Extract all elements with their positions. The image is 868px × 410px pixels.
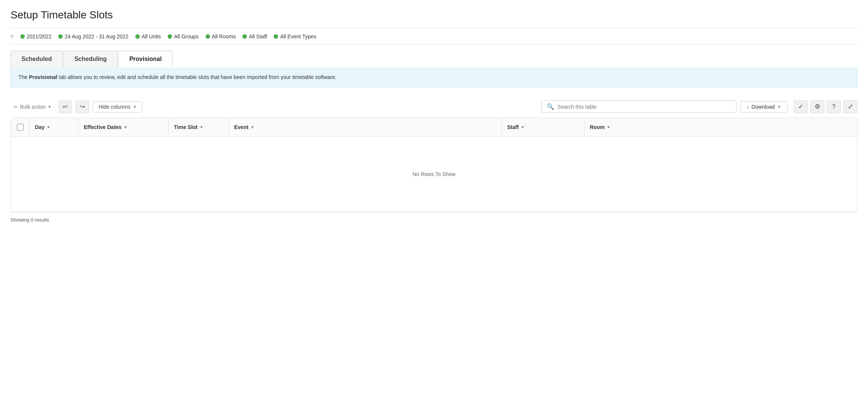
column-header-staff[interactable]: Staff ▼ (502, 118, 585, 136)
empty-message: No Rows To Show (413, 149, 455, 200)
sort-arrow-icon: ▼ (47, 125, 51, 129)
expand-button[interactable]: ⤢ (843, 100, 857, 113)
download-chevron-icon: ▼ (777, 105, 781, 109)
filter-icon: ▿ (11, 33, 14, 40)
select-all-checkbox[interactable] (17, 124, 24, 131)
filter-chip-year[interactable]: 2021/2022 (20, 33, 51, 39)
sort-arrow-icon: ▼ (606, 125, 611, 129)
toolbar-right-icons: ✓ ⚙ ? ⤢ (794, 100, 857, 113)
filter-active-dot (242, 34, 247, 39)
results-count: Showing 0 results (11, 217, 49, 223)
column-header-time-slot[interactable]: Time Slot ▼ (169, 118, 229, 136)
settings-button[interactable]: ⚙ (810, 100, 824, 113)
expand-icon: ⤢ (848, 103, 853, 111)
search-input[interactable] (557, 104, 731, 110)
hide-columns-chevron-icon: ▼ (133, 105, 137, 109)
undo-button[interactable]: ↩ (58, 100, 72, 113)
filter-chip-dates[interactable]: 24 Aug 2022 - 31 Aug 2022 (58, 33, 129, 39)
column-header-event[interactable]: Event ▼ (229, 118, 502, 136)
filter-active-dot (206, 34, 210, 39)
filter-chip-rooms[interactable]: All Rooms (206, 33, 236, 39)
filter-chip-event-types[interactable]: All Event Types (274, 33, 316, 39)
column-header-effective-dates[interactable]: Effective Dates ▼ (79, 118, 169, 136)
filter-chip-groups[interactable]: All Groups (168, 33, 198, 39)
column-header-room[interactable]: Room ▼ (585, 118, 857, 136)
download-icon: ↓ (747, 104, 749, 109)
checkmark-icon: ✓ (798, 103, 803, 111)
column-header-day[interactable]: Day ▼ (30, 118, 79, 136)
results-footer: Showing 0 results (11, 212, 857, 226)
help-icon: ? (832, 103, 835, 111)
redo-button[interactable]: ↪ (76, 100, 89, 113)
filter-active-dot (135, 34, 140, 39)
table-body: No Rows To Show (11, 137, 857, 212)
info-banner: The Provisional tab allows you to review… (11, 67, 857, 87)
search-container: 🔍 (541, 100, 736, 113)
sort-arrow-icon: ▼ (521, 125, 525, 129)
tab-scheduled[interactable]: Scheduled (11, 51, 63, 67)
filter-active-dot (168, 34, 172, 39)
help-button[interactable]: ? (827, 100, 841, 113)
bulk-action-chevron-icon: ▼ (47, 105, 51, 109)
data-table: Day ▼ Effective Dates ▼ Time Slot ▼ Even… (11, 118, 857, 212)
download-button[interactable]: ↓ Download ▼ (740, 101, 788, 112)
tab-scheduling[interactable]: Scheduling (64, 51, 118, 67)
select-all-cell[interactable] (11, 118, 30, 136)
filter-active-dot (58, 34, 63, 39)
filter-bar: ▿ 2021/2022 24 Aug 2022 - 31 Aug 2022 Al… (11, 28, 857, 45)
undo-icon: ↩ (63, 103, 68, 110)
tab-provisional[interactable]: Provisional (118, 51, 172, 67)
tabs-container: Scheduled Scheduling Provisional (11, 51, 857, 67)
sort-arrow-icon: ▼ (250, 125, 254, 129)
gear-icon: ⚙ (815, 103, 820, 111)
page-title: Setup Timetable Slots (11, 9, 857, 21)
search-icon: 🔍 (547, 103, 554, 110)
checkmark-button[interactable]: ✓ (794, 100, 808, 113)
sort-arrow-icon: ▼ (123, 125, 127, 129)
hide-columns-button[interactable]: Hide columns ▼ (93, 101, 142, 112)
filter-active-dot (20, 34, 25, 39)
filter-active-dot (274, 34, 278, 39)
pencil-icon: ✏ (14, 104, 18, 110)
filter-chip-staff[interactable]: All Staff (242, 33, 267, 39)
bulk-action-button[interactable]: ✏ Bulk action ▼ (11, 102, 54, 112)
sort-arrow-icon: ▼ (200, 125, 204, 129)
table-header: Day ▼ Effective Dates ▼ Time Slot ▼ Even… (11, 118, 857, 137)
toolbar: ✏ Bulk action ▼ ↩ ↪ Hide columns ▼ 🔍 ↓ D… (11, 95, 857, 118)
filter-chip-units[interactable]: All Units (135, 33, 161, 39)
redo-icon: ↪ (80, 103, 85, 110)
